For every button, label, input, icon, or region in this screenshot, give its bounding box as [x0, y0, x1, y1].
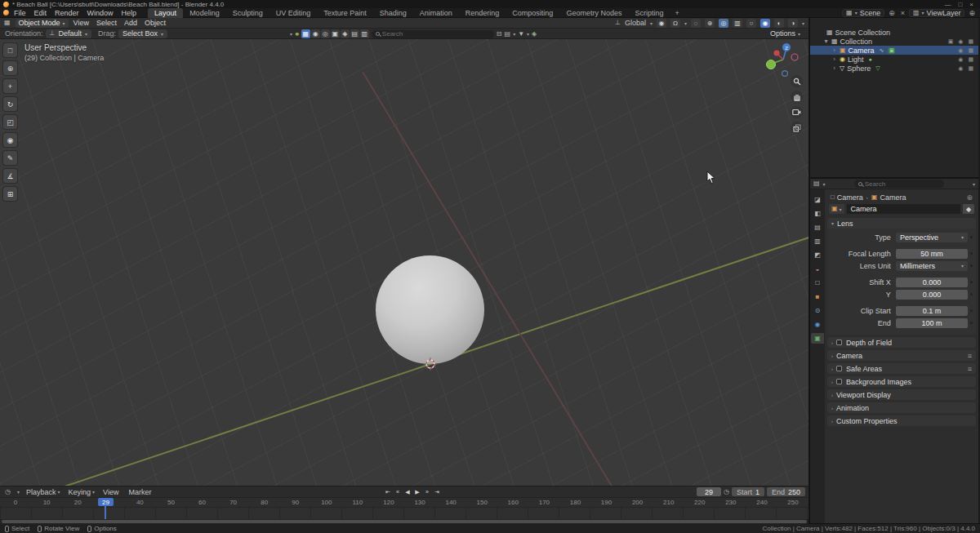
- transform-orientation-dropdown[interactable]: Global: [625, 19, 646, 27]
- filter-toggle-button[interactable]: ▥: [360, 29, 369, 38]
- filter-toggle-button[interactable]: ◈: [341, 29, 350, 38]
- filter-toggle-button[interactable]: ▤: [350, 29, 359, 38]
- outliner-row[interactable]: ▦ Scene Collection: [810, 28, 978, 37]
- collapse-arrow-icon[interactable]: ▾: [290, 31, 292, 37]
- properties-tab[interactable]: ▥: [811, 236, 824, 247]
- menu-item[interactable]: File: [10, 9, 30, 17]
- properties-tab[interactable]: ◩: [811, 250, 824, 260]
- current-frame-field[interactable]: 29: [697, 487, 721, 496]
- editor-type-icon[interactable]: ▦: [4, 20, 11, 26]
- toggle-xray-button[interactable]: ▥: [733, 19, 742, 28]
- pivot-point-dropdown[interactable]: ◉: [657, 19, 666, 28]
- outliner-item-label[interactable]: Light: [848, 56, 864, 64]
- workspace-tab[interactable]: Layout: [148, 8, 183, 18]
- breadcrumb-data[interactable]: ▣ Camera: [871, 193, 906, 202]
- filter-toggle-button[interactable]: ▣: [331, 29, 340, 38]
- properties-tab[interactable]: ◪: [811, 194, 824, 205]
- properties-tab[interactable]: ▣: [811, 333, 824, 344]
- outliner-item-label[interactable]: Camera: [849, 47, 875, 55]
- workspace-tab[interactable]: Texture Paint: [317, 8, 373, 18]
- properties-tab[interactable]: ■: [811, 291, 824, 302]
- panel-checkbox[interactable]: [836, 366, 842, 371]
- close-button[interactable]: ×: [969, 1, 973, 8]
- properties-tab[interactable]: ◒: [811, 264, 824, 274]
- collapsed-panel-header[interactable]: › Animation: [827, 402, 976, 413]
- workspace-tab[interactable]: UV Editing: [270, 8, 318, 18]
- show-gizmo-dropdown[interactable]: ⊕: [705, 19, 715, 28]
- animate-property-dot[interactable]: [968, 281, 974, 283]
- property-field[interactable]: 0.000: [896, 278, 968, 287]
- playhead-line[interactable]: [105, 506, 106, 519]
- properties-filter-dropdown[interactable]: ▾: [973, 181, 975, 187]
- filter-search-input[interactable]: [382, 30, 490, 38]
- fake-user-shield-button[interactable]: ◆: [963, 204, 974, 214]
- playback-button[interactable]: »: [423, 487, 431, 496]
- viewport-menu-item[interactable]: Select: [96, 19, 117, 27]
- new-scene-button[interactable]: ⊕: [887, 9, 897, 17]
- property-field[interactable]: Millimeters ▾: [896, 261, 968, 271]
- collapsed-panel-header[interactable]: › Safe Areas ≡: [827, 363, 976, 374]
- properties-tab[interactable]: ◧: [811, 208, 824, 219]
- perspective-toggle-icon[interactable]: [791, 122, 803, 134]
- outliner-item-label[interactable]: Collection: [840, 38, 873, 46]
- view-layer-selector[interactable]: ▥ ▾ ViewLayer: [909, 9, 964, 17]
- orientation-dropdown[interactable]: ⊥ Default ▾: [46, 29, 92, 38]
- menu-item[interactable]: Render: [51, 9, 83, 17]
- new-view-layer-button[interactable]: ⊕: [967, 9, 977, 17]
- timeline-ruler[interactable]: 0102040506070809010011012013014015016017…: [0, 497, 808, 507]
- visibility-toggle-icons[interactable]: ◉ ▦: [958, 56, 975, 63]
- workspace-tab[interactable]: Modeling: [183, 8, 226, 18]
- timeline-menu-item[interactable]: Keying ▾: [69, 488, 96, 496]
- visibility-toggle-icons[interactable]: ◉ ▦: [958, 47, 975, 54]
- mode-selector[interactable]: Object Mode ▾: [16, 19, 69, 28]
- datablock-name-field[interactable]: Camera: [847, 204, 960, 214]
- tool-button[interactable]: ◉: [3, 133, 17, 147]
- properties-search[interactable]: [854, 180, 944, 188]
- tool-button[interactable]: ∡: [3, 169, 17, 183]
- shading-dropdown[interactable]: ▾: [802, 20, 804, 26]
- scrollbar-thumb[interactable]: [2, 520, 807, 523]
- animate-property-dot[interactable]: [968, 264, 974, 267]
- sphere-object[interactable]: [376, 255, 484, 364]
- viewport-menu-item[interactable]: View: [74, 19, 89, 27]
- shading-solid-button[interactable]: ◉: [760, 19, 770, 28]
- filter-funnel-icon[interactable]: ▼: [518, 31, 524, 38]
- datablock-type-dropdown[interactable]: ▣ ▾: [829, 204, 844, 214]
- collapsed-panel-header[interactable]: › Custom Properties: [827, 415, 976, 426]
- expander-icon[interactable]: ›: [831, 47, 837, 54]
- timeline-tracks[interactable]: [0, 507, 808, 519]
- playback-button[interactable]: ⇥: [433, 487, 441, 496]
- workspace-tab[interactable]: Rendering: [459, 8, 506, 18]
- playback-button[interactable]: ⇤: [384, 487, 392, 496]
- playback-button[interactable]: ▶: [413, 487, 421, 496]
- tool-button[interactable]: ◰: [3, 115, 17, 129]
- animate-property-dot[interactable]: [968, 252, 974, 255]
- blender-logo-icon[interactable]: [3, 2, 9, 7]
- display-mode-icon-2[interactable]: ▤: [505, 31, 511, 38]
- property-field[interactable]: Perspective ▾: [896, 233, 968, 242]
- breadcrumb-object[interactable]: □ Camera: [831, 193, 863, 202]
- workspace-tab[interactable]: Shading: [373, 8, 413, 18]
- property-field[interactable]: 50 mm: [896, 249, 968, 259]
- collapsed-panel-header[interactable]: › Depth of Field: [827, 337, 976, 348]
- panel-menu-icon[interactable]: ≡: [968, 365, 972, 373]
- navigation-gizmo[interactable]: Z: [764, 41, 802, 78]
- add-workspace-button[interactable]: +: [670, 9, 683, 17]
- pin-icon[interactable]: ⊕: [966, 193, 973, 202]
- minimize-button[interactable]: —: [944, 1, 951, 8]
- display-ball-icon[interactable]: ●: [295, 31, 299, 38]
- shading-rendered-button[interactable]: ◑: [788, 19, 798, 28]
- shading-wireframe-button[interactable]: ○: [746, 19, 756, 28]
- unlink-scene-button[interactable]: ×: [899, 9, 906, 17]
- filter-toggle-button[interactable]: ◉: [311, 29, 320, 38]
- frame-start-field[interactable]: Start 1: [732, 487, 764, 496]
- outliner-item-label[interactable]: Sphere: [847, 64, 871, 73]
- outliner-item-label[interactable]: Scene Collection: [835, 29, 891, 37]
- timeline-editor-icon[interactable]: ◷: [5, 489, 11, 495]
- snap-magnet-toggle[interactable]: Ω: [670, 19, 680, 28]
- expander-icon[interactable]: ›: [831, 64, 837, 72]
- blender-menu-icon[interactable]: [3, 10, 9, 16]
- visibility-toggle-icons[interactable]: ◉ ▦: [958, 65, 975, 72]
- stopwatch-icon[interactable]: ◷: [724, 489, 729, 495]
- collapsed-panel-header[interactable]: › Viewport Display: [827, 389, 976, 400]
